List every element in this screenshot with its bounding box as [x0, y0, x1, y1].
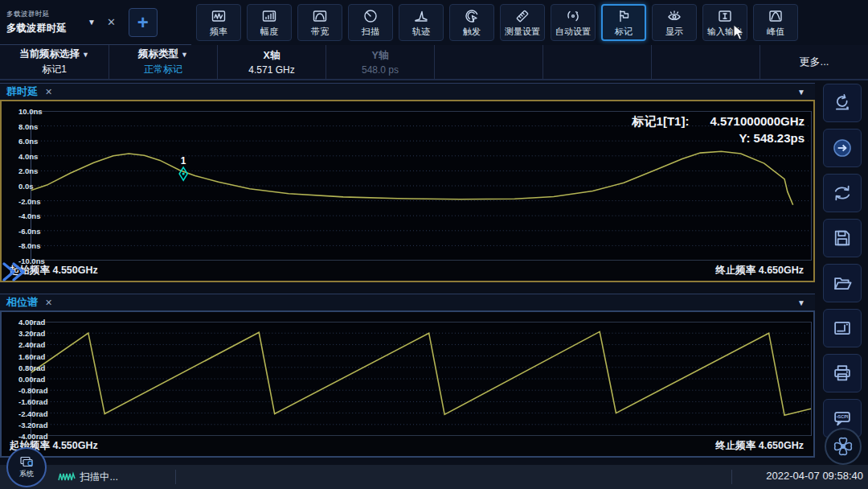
panel-group-delay: 群时延 ✕ ▼ 1 10.0ns8.0ns6.0ns4.0ns2.0ns0.0s…: [0, 83, 815, 282]
system-windows-icon: [19, 456, 34, 468]
dropdown-caret-icon: ▼: [181, 51, 188, 59]
menubar-cell-marker-type[interactable]: 频标类型▼ 正常标记: [108, 45, 217, 79]
stop-freq-label: 终止频率 4.650GHz: [715, 439, 804, 453]
flag-icon: [616, 8, 632, 24]
menubar-cell-current-marker[interactable]: 当前频标选择▼ 标记1: [0, 45, 108, 79]
x-axis-value: 4.571 GHz: [248, 64, 294, 76]
marker-number: 1: [181, 155, 186, 166]
current-marker-value: 标记1: [42, 63, 67, 76]
trace-polyline: [31, 331, 811, 415]
arrow-right-circle-icon: [832, 138, 853, 158]
target-cursor-icon: [464, 8, 480, 24]
panel1-footer: 起始频率 4.550GHz 终止频率 4.650GHz: [31, 261, 810, 281]
tab-dropdown-caret-icon[interactable]: ▼: [88, 18, 96, 27]
marker-readout: 标记1[T1]:4.571000000GHz Y: 548.23ps: [633, 113, 805, 146]
printer-icon: [832, 363, 853, 384]
panel2-body: 4.00rad3.20rad2.40rad1.60rad0.80rad0.00r…: [0, 310, 815, 458]
panel2-collapse-caret-icon[interactable]: ▼: [797, 298, 805, 307]
waveform-box-icon: [211, 8, 227, 24]
clock-icon: [362, 8, 379, 24]
menubar-cell-x-axis[interactable]: X轴 4.571 GHz: [217, 45, 326, 79]
analyzer-app: 多载波群时延 多载波群时延 ▼ ✕ + 频率 幅度 带宽 扫描: [0, 0, 868, 489]
panel-phase-spectrum: 相位谱 ✕ ▼ 4.00rad3.20rad2.40rad1.60rad0.80…: [0, 294, 815, 458]
measurement-tab[interactable]: 多载波群时延 多载波群时延 ▼ ✕ +: [0, 0, 191, 45]
marker-type-value: 正常标记: [144, 63, 182, 76]
hump-box-icon: [312, 8, 328, 24]
toolbar-button-trace[interactable]: 轨迹: [399, 4, 444, 41]
window-capture-icon: [832, 318, 853, 339]
phase-plot[interactable]: 4.00rad3.20rad2.40rad1.60rad0.80rad0.00r…: [31, 322, 812, 436]
y-axis-value: 548.0 ps: [362, 64, 399, 76]
tab-subtitle: 多载波群时延: [6, 10, 67, 19]
toolbar-button-trigger[interactable]: 触发: [449, 4, 494, 41]
sidebar-navigate-button[interactable]: [825, 428, 862, 465]
add-tab-button[interactable]: +: [129, 8, 158, 37]
panel1-body: 1 10.0ns8.0ns6.0ns4.0ns2.0ns0.0s-2.0ns-4…: [0, 100, 815, 282]
system-button[interactable]: 系统: [6, 447, 47, 487]
toolbar-button-amplitude[interactable]: 幅度: [247, 4, 292, 41]
panel1-header[interactable]: 群时延 ✕ ▼: [0, 83, 815, 100]
phase-trace: [31, 322, 811, 436]
sidebar-open-button[interactable]: [823, 264, 862, 302]
ruler-icon: [514, 8, 530, 24]
toolbar-button-frequency[interactable]: 频率: [196, 4, 241, 41]
sidebar-continue-button[interactable]: [823, 129, 862, 167]
io-box-icon: [717, 8, 733, 24]
panel1-collapse-caret-icon[interactable]: ▼: [797, 88, 805, 97]
mouse-cursor: [733, 24, 746, 45]
toolbar-button-bandwidth[interactable]: 带宽: [297, 4, 342, 41]
marker-menubar: 当前频标选择▼ 标记1 频标类型▼ 正常标记 X轴 4.571 GHz Y轴 5…: [0, 45, 868, 80]
orbit-dot-icon: [565, 8, 581, 24]
marker-dot: [182, 173, 185, 175]
sidebar-sync-button[interactable]: [823, 174, 862, 212]
folder-open-icon: [832, 273, 853, 294]
group-delay-plot[interactable]: 1 10.0ns8.0ns6.0ns4.0ns2.0ns0.0s-2.0ns-4…: [31, 111, 812, 261]
toolbar-buttons: 频率 幅度 带宽 扫描 轨迹 触发: [191, 4, 798, 41]
menubar-cell-empty: [434, 45, 542, 79]
stop-freq-label: 终止频率 4.650GHz: [715, 264, 804, 277]
panel2-footer: 起始频率 4.550GHz 终止频率 4.650GHz: [31, 436, 810, 456]
scan-status-text: 扫描中...: [80, 471, 118, 484]
scan-wave-icon: [58, 471, 76, 486]
menubar-cell-empty: [542, 45, 651, 79]
peak-trace-icon: [413, 8, 429, 24]
datetime-text: 2022-04-07 09:58:40: [766, 470, 863, 482]
panel2-title: 相位谱: [6, 295, 38, 310]
svg-text:•SCPI: •SCPI: [837, 414, 849, 419]
sidebar-print-button[interactable]: [823, 354, 862, 392]
menubar-cell-empty: [651, 45, 760, 79]
panel1-close-icon[interactable]: ✕: [45, 87, 52, 97]
right-sidebar: •SCPI: [815, 80, 868, 489]
floppy-save-icon: [832, 228, 853, 249]
dropdown-caret-icon: ▼: [82, 51, 89, 59]
tab-close-icon[interactable]: ✕: [107, 16, 116, 28]
peak-box-icon: [768, 8, 784, 24]
scpi-bubble-icon: •SCPI: [832, 408, 853, 429]
tab-title: 多载波群时延: [6, 22, 67, 35]
expand-chevrons-icon[interactable]: [2, 261, 32, 286]
status-bar: 扫描中... 2022-04-07 09:58:40: [0, 465, 868, 489]
panel2-header[interactable]: 相位谱 ✕ ▼: [0, 294, 815, 310]
eye-icon: [666, 8, 682, 24]
panel2-close-icon[interactable]: ✕: [45, 298, 52, 308]
bars-box-icon: [261, 8, 277, 24]
sidebar-save-button[interactable]: [823, 219, 862, 257]
toolbar-button-marker[interactable]: 标记: [601, 4, 646, 41]
toolbar-button-peak[interactable]: 峰值: [753, 4, 798, 41]
toolbar-button-sweep[interactable]: 扫描: [348, 4, 393, 41]
toolbar-button-display[interactable]: 显示: [652, 4, 697, 41]
toolbar-button-auto-setup[interactable]: 自动设置: [551, 4, 596, 41]
sidebar-screenshot-button[interactable]: [823, 309, 862, 347]
sync-arrows-icon: [832, 183, 853, 203]
statusbar-divider: [731, 470, 732, 484]
toolbar-button-meas-setup[interactable]: 测量设置: [500, 4, 545, 41]
menubar-cell-y-axis: Y轴 548.0 ps: [326, 45, 434, 79]
menubar-more-button[interactable]: 更多...: [760, 45, 868, 79]
system-label: 系统: [19, 469, 34, 479]
preset-icon: [832, 92, 853, 113]
panel1-title: 群时延: [6, 84, 38, 99]
trace-polyline: [31, 151, 793, 205]
statusbar-divider: [175, 470, 176, 484]
sidebar-preset-button[interactable]: [823, 84, 862, 122]
tab-titles: 多载波群时延 多载波群时延: [6, 10, 67, 35]
